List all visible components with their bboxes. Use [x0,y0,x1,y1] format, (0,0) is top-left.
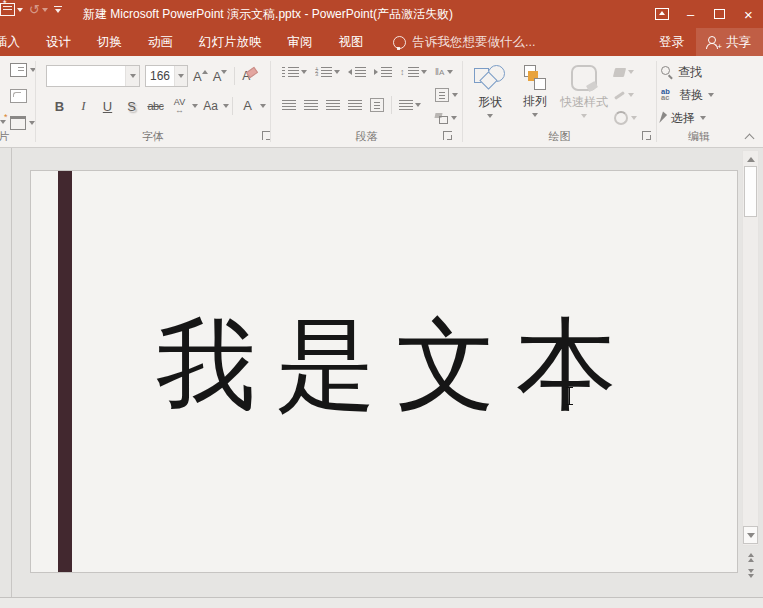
undo-icon: ↺ [29,3,40,16]
chevron-down-icon [42,8,48,12]
cursor-arrow-icon [659,112,667,125]
triangle-up-icon [747,157,755,162]
chevron-down-icon [532,113,538,117]
qat-customize-button[interactable] [54,6,62,13]
slide-editing-area: 我是文本 [0,148,763,598]
shape-fill-button[interactable] [611,62,653,82]
shape-outline-button[interactable] [611,85,653,105]
columns-icon [399,100,413,110]
strikethrough-button[interactable]: abc [144,96,167,116]
scroll-up-button[interactable] [743,153,758,165]
dropdown-zone[interactable] [125,66,139,86]
chevron-down-icon [700,116,706,120]
qat-new-slide-button[interactable]: * [0,3,23,16]
collapse-ribbon-button[interactable] [746,135,755,140]
columns-button[interactable] [396,98,424,112]
distribute-icon [370,98,384,112]
status-bar [0,597,763,608]
shape-effects-button[interactable] [611,108,653,128]
next-slide-button[interactable] [743,566,758,580]
decrease-indent-button[interactable] [345,65,369,79]
distribute-button[interactable] [367,96,387,114]
quick-styles-icon [571,65,597,91]
bullets-button[interactable] [279,65,310,79]
align-right-button[interactable] [323,98,343,112]
chevron-down-icon[interactable] [260,104,266,108]
bullets-icon [282,67,285,77]
numbering-button[interactable]: 1 2 3 [312,65,343,79]
tab-slideshow[interactable]: 幻灯片放映 [186,28,275,56]
lightbulb-icon [393,36,406,49]
shapes-button[interactable]: 形状 [467,61,513,118]
select-button[interactable]: 选择 [661,108,706,128]
align-center-button[interactable] [301,98,321,112]
numbering-icon: 1 2 3 [315,67,319,77]
decrease-font-size-button[interactable]: A [213,69,228,84]
dropdown-zone[interactable] [174,66,187,86]
window-controls: – × [647,0,763,28]
chevron-down-icon [130,74,136,78]
chevron-down-icon [708,93,714,97]
increase-indent-button[interactable] [371,65,395,79]
tab-transitions[interactable]: 切换 [84,28,135,56]
bar-icon [54,6,62,7]
ribbon-display-options-button[interactable] [647,0,676,28]
layout-button[interactable] [10,63,36,77]
font-size-combobox[interactable]: 166 [145,65,188,87]
double-down-icon [748,569,754,573]
text-direction-icon: ⅡA [435,68,444,77]
shapes-icon [474,65,506,91]
chevron-down-icon [334,70,340,74]
ribbon: * 幻灯片 166 A A A [0,56,763,148]
find-label: 查找 [678,64,702,81]
replace-button[interactable]: abac 替换 [661,85,714,105]
line-spacing-button[interactable]: ↕ [397,65,430,79]
tab-review[interactable]: 审阅 [275,28,326,56]
qat-undo-button[interactable]: ↺ [29,3,48,16]
change-case-button[interactable]: Aa [199,96,222,116]
previous-slide-button[interactable] [743,550,758,564]
tab-insert[interactable]: 插入 [0,28,33,56]
tell-me-box[interactable]: 告诉我您想要做什么... [393,34,536,51]
maximize-button[interactable] [705,0,734,28]
share-button[interactable]: + 共享 [696,28,763,56]
effects-icon [614,111,628,125]
vertical-scrollbar[interactable] [742,150,759,546]
reset-slide-button[interactable] [10,89,27,103]
reset-icon [10,89,27,103]
increase-font-size-button[interactable]: A [193,69,208,84]
quick-styles-button[interactable]: 快速样式 [557,61,611,118]
chevron-down-icon[interactable] [192,104,198,108]
scroll-down-button[interactable] [743,526,758,544]
text-shadow-button[interactable]: S [120,96,143,116]
font-name-combobox[interactable] [46,65,140,87]
font-color-button[interactable]: A [236,96,259,116]
bold-button[interactable]: B [48,96,71,116]
replace-icon: abac [661,89,674,101]
tab-animations[interactable]: 动画 [135,28,186,56]
sign-in-button[interactable]: 登录 [647,28,696,56]
justify-button[interactable] [345,98,365,112]
lines-glyph [381,67,392,77]
tab-design[interactable]: 设计 [33,28,84,56]
minimize-button[interactable]: – [676,0,705,28]
clear-formatting-button[interactable]: A [242,69,250,83]
align-left-button[interactable] [279,98,299,112]
scrollbar-thumb[interactable] [744,166,757,217]
slide-canvas[interactable]: 我是文本 [30,170,738,573]
chevron-down-icon[interactable] [223,104,229,108]
arrange-button[interactable]: 排列 [515,61,555,117]
italic-button[interactable]: I [72,96,95,116]
search-icon [661,66,673,78]
thumbnail-panel-divider[interactable] [11,148,12,598]
find-button[interactable]: 查找 [661,62,702,82]
ribbon-tab-row: 插入 设计 切换 动画 幻灯片放映 审阅 视图 告诉我您想要做什么... 登录 … [0,28,763,56]
chevron-down-icon [631,116,637,120]
close-button[interactable]: × [734,0,763,28]
chevron-down-icon [487,114,493,118]
quick-access-toolbar: * ↺ [0,3,62,16]
slide-text[interactable]: 我是文本 [31,299,737,434]
underline-button[interactable]: U [96,96,119,116]
character-spacing-button[interactable]: AV↔ [168,96,191,116]
tab-view[interactable]: 视图 [326,28,377,56]
